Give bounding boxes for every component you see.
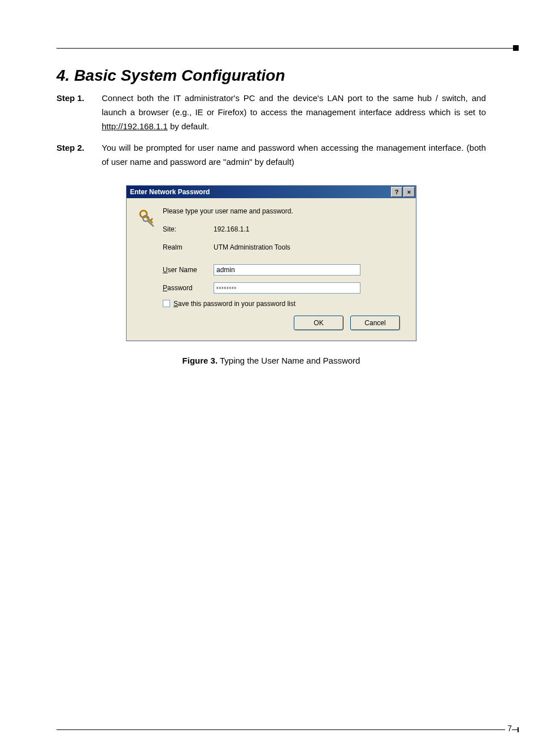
username-label: User Name [163, 266, 214, 274]
username-input[interactable]: admin [214, 264, 360, 276]
password-input[interactable]: xxxxxxxx [214, 282, 360, 294]
page-content: 4. Basic System Configuration Step 1. Co… [56, 67, 486, 365]
step-2-label: Step 2. [56, 141, 102, 169]
management-url: http://192.168.1.1 [102, 121, 168, 131]
cancel-button[interactable]: Cancel [350, 316, 400, 330]
step-1-text-before: Connect both the IT administrator's PC a… [102, 93, 486, 117]
step-1-label: Step 1. [56, 91, 102, 133]
step-1-text-after: by default. [168, 121, 209, 131]
footer: 7 [56, 729, 519, 730]
keys-icon [138, 207, 159, 229]
figure-label: Figure 3. [182, 356, 218, 365]
section-title: 4. Basic System Configuration [56, 67, 486, 85]
step-1-text: Connect both the IT administrator's PC a… [102, 91, 486, 133]
close-icon: × [407, 189, 411, 195]
footer-end-marker [518, 727, 519, 732]
svg-line-2 [150, 219, 153, 221]
header-rule [56, 48, 519, 54]
ok-button[interactable]: OK [294, 316, 344, 330]
enter-network-password-dialog: Enter Network Password ? × [126, 185, 416, 341]
dialog-titlebar: Enter Network Password ? × [127, 186, 416, 198]
site-label: Site: [163, 225, 214, 233]
step-2: Step 2. You will be prompted for user na… [56, 141, 486, 169]
figure-caption: Figure 3. Typing the User Name and Passw… [56, 356, 486, 365]
step-1: Step 1. Connect both the IT administrato… [56, 91, 486, 133]
step-2-text: You will be prompted for user name and p… [102, 141, 486, 169]
page-number: 7 [505, 724, 512, 733]
realm-label: Realm [163, 243, 214, 251]
site-value: 192.168.1.1 [214, 225, 405, 233]
password-label: Password [163, 284, 214, 292]
header-end-marker [513, 45, 519, 51]
titlebar-help-button[interactable]: ? [391, 187, 402, 197]
realm-value: UTM Administration Tools [214, 243, 405, 251]
save-password-checkbox[interactable] [163, 300, 170, 307]
titlebar-close-button[interactable]: × [403, 187, 415, 197]
help-icon: ? [395, 189, 399, 195]
figure-text: Typing the User Name and Password [218, 356, 360, 365]
dialog-title: Enter Network Password [130, 188, 210, 196]
save-password-label: Save this password in your password list [173, 300, 295, 308]
dialog-prompt: Please type your user name and password. [163, 207, 405, 215]
